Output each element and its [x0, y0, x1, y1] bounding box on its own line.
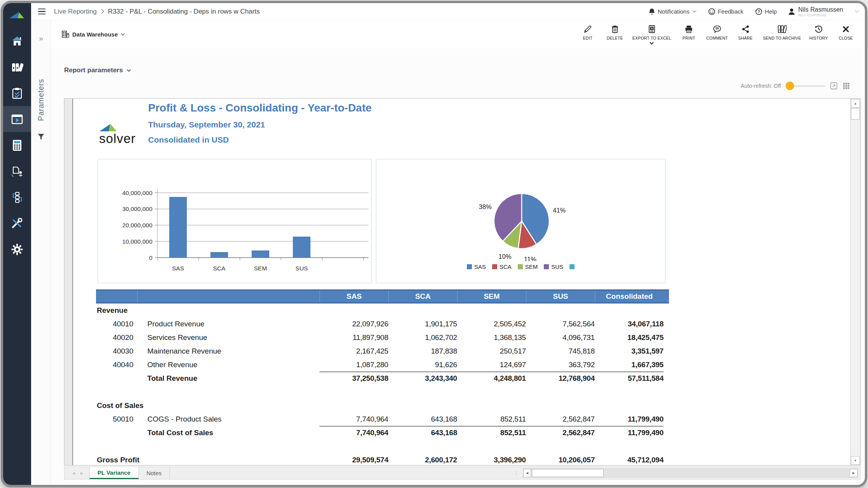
vertical-scrollbar[interactable]: ▲ ▼: [850, 99, 860, 465]
help-icon: ?: [755, 8, 762, 15]
table-section-row: Cost of Sales: [96, 399, 669, 412]
hamburger-menu-icon[interactable]: [38, 9, 45, 15]
sidebar-item-binders[interactable]: [3, 54, 31, 80]
tab-scroll-left-icon[interactable]: ◀: [72, 471, 75, 475]
help-button[interactable]: ? Help: [755, 8, 777, 15]
sidebar-item-clipboard[interactable]: [3, 80, 31, 106]
notifications-button[interactable]: Notifications: [649, 8, 697, 15]
table-row: Total Revenue37,250,5383,243,3404,248,80…: [96, 371, 669, 385]
scroll-right-button[interactable]: ▶: [850, 469, 858, 477]
sidebar-item-workflow[interactable]: [3, 184, 31, 210]
column-header: SCA: [388, 290, 457, 303]
horizontal-scroll-thumb[interactable]: [532, 469, 604, 477]
splitter-grip[interactable]: ⋮: [514, 467, 523, 479]
datasource-label: Data Warehouse: [72, 31, 118, 38]
sidebar-item-calculator[interactable]: [3, 132, 31, 158]
tab-pl-variance[interactable]: PL Variance: [89, 467, 139, 479]
report-title: Profit & Loss - Consolidating - Year-to-…: [148, 102, 372, 114]
close-button[interactable]: CLOSE: [834, 23, 858, 41]
table-row: 40010Product Revenue22,097,9261,901,1752…: [96, 317, 669, 331]
horizontal-scrollbar[interactable]: ◀ ▶: [523, 469, 858, 478]
table-section-row: Revenue: [96, 303, 669, 317]
sidebar-item-tools[interactable]: [3, 210, 31, 236]
solver-logo-icon: [3, 3, 31, 28]
report-parameters-toggle[interactable]: Report parameters: [64, 66, 131, 74]
clipboard-checklist-icon: [12, 87, 23, 99]
vertical-scroll-thumb[interactable]: [851, 108, 860, 120]
scroll-down-button[interactable]: ▼: [851, 456, 860, 465]
parameters-rail: » Parameters: [31, 20, 51, 485]
browser-frame: Live Reporting R332 - P&L - Consolidatin…: [1, 1, 867, 487]
grid-view-icon[interactable]: [842, 82, 850, 90]
table-row: Total Cost of Sales7,740,964643,168852,5…: [96, 426, 669, 439]
notifications-label: Notifications: [658, 8, 690, 15]
column-header: SEM: [457, 290, 526, 303]
svg-text:40,000,000: 40,000,000: [122, 190, 152, 196]
scroll-up-button[interactable]: ▲: [851, 99, 860, 108]
auto-refresh-control: Auto-refresh: Off: [741, 82, 850, 90]
tab-label: Notes: [147, 470, 162, 476]
legend-item: [569, 263, 575, 270]
tab-scroll-right-icon[interactable]: ▶: [80, 471, 83, 475]
share-button[interactable]: SHARE: [734, 23, 758, 41]
column-header: [137, 290, 320, 303]
binders-icon: [11, 62, 23, 73]
send-to-archive-button[interactable]: SEND TO ARCHIVE: [761, 23, 803, 41]
user-menu[interactable]: Nils Rasmussen Nils CorpDemo: [788, 6, 843, 17]
chevron-down-icon: [650, 42, 654, 45]
sheet-tab-bar: ◀ ▶ PL Variance Notes ⋮ ◀ ▶: [64, 467, 861, 479]
sidebar-item-home[interactable]: [3, 28, 31, 54]
print-button[interactable]: PRINT: [677, 23, 701, 41]
comment-button[interactable]: COMMENT: [704, 23, 730, 41]
history-button[interactable]: HISTORY: [807, 23, 831, 41]
share-icon: [742, 25, 749, 33]
legend-item: SCA: [492, 263, 512, 270]
popout-icon[interactable]: [830, 82, 838, 90]
pl-table: SASSCASEMSUSConsolidatedRevenue40010Prod…: [96, 289, 669, 465]
data-warehouse-icon: [62, 31, 69, 38]
window-chevron-down-icon[interactable]: [855, 10, 859, 13]
user-name: Nils Rasmussen: [798, 6, 843, 13]
export-to-excel-button[interactable]: X EXPORT TO EXCEL: [630, 23, 674, 45]
report-toolbar: Data Warehouse EDIT DELETE: [51, 20, 865, 48]
workspace: Report parameters Auto-refresh: Off: [51, 48, 865, 485]
calculator-icon: [12, 139, 22, 151]
report-parameters-label: Report parameters: [64, 66, 123, 74]
sidebar-item-document-sync[interactable]: [3, 158, 31, 184]
table-row: 40020Services Revenue11,897,9081,062,702…: [96, 331, 669, 344]
report-date: Thursday, September 30, 2021: [148, 120, 265, 129]
edit-button[interactable]: EDIT: [576, 23, 600, 41]
user-avatar-icon: [788, 8, 795, 15]
scroll-left-button[interactable]: ◀: [523, 469, 531, 477]
excel-file-icon: X: [648, 25, 656, 33]
delete-button[interactable]: DELETE: [603, 23, 627, 41]
svg-text:?: ?: [757, 10, 760, 14]
svg-text:SUS: SUS: [295, 265, 308, 272]
parameters-rail-title: Parameters: [37, 79, 45, 121]
document-sync-icon: [11, 166, 23, 177]
breadcrumb-report-name: R332 - P&L - Consolidating - Deps in row…: [108, 8, 260, 16]
column-header: [96, 290, 137, 303]
sidebar-item-settings[interactable]: [3, 236, 31, 262]
comment-bubble-icon: [713, 25, 721, 33]
slider-knob[interactable]: [786, 82, 794, 90]
sidebar-item-reports[interactable]: [3, 106, 31, 132]
breadcrumb-live-reporting[interactable]: Live Reporting: [54, 8, 97, 16]
feedback-button[interactable]: Feedback: [708, 8, 744, 15]
report-subtitle: Consolidated in USD: [148, 135, 229, 145]
filter-funnel-icon[interactable]: [31, 134, 51, 140]
auto-refresh-slider[interactable]: [786, 82, 825, 90]
datasource-dropdown[interactable]: Data Warehouse: [62, 31, 125, 38]
tab-notes[interactable]: Notes: [139, 467, 170, 479]
app-window: Live Reporting R332 - P&L - Consolidatin…: [0, 0, 868, 488]
svg-text:SEM: SEM: [254, 265, 267, 272]
sheet-row-header-strip: [65, 99, 73, 465]
svg-text:10%: 10%: [499, 253, 512, 260]
tools-icon: [11, 218, 23, 229]
help-label: Help: [765, 8, 777, 15]
auto-refresh-label: Auto-refresh: Off: [741, 83, 781, 89]
revenue-pie-chart: 41%11%10%38% SASSCASEMSUS: [376, 159, 665, 283]
printer-icon: [685, 25, 693, 33]
rail-expand-icon[interactable]: »: [31, 34, 51, 43]
svg-text:20,000,000: 20,000,000: [122, 222, 152, 228]
